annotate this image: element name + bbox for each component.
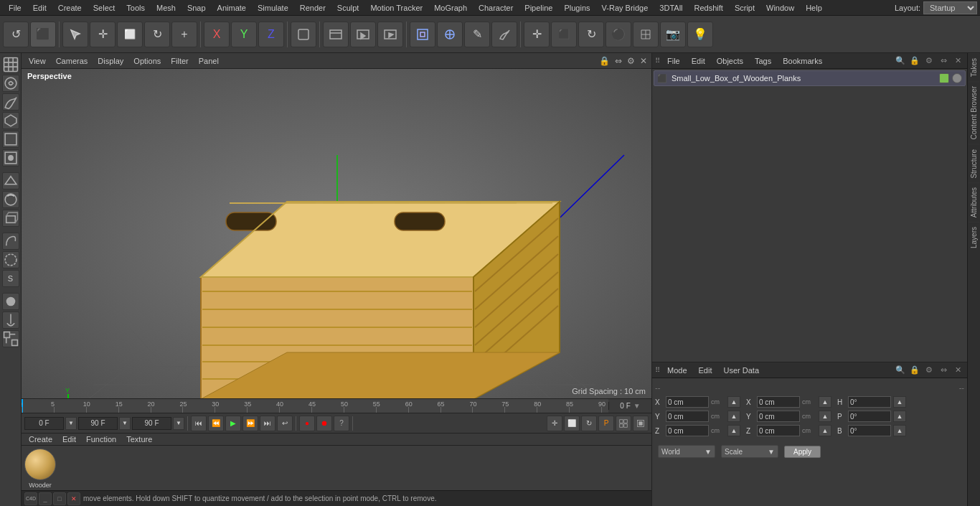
menu-motion-tracker[interactable]: Motion Tracker bbox=[364, 2, 428, 14]
vp-icon-expand[interactable]: ⇔ bbox=[613, 56, 623, 66]
menu-select[interactable]: Select bbox=[88, 2, 121, 14]
size-y-input[interactable] bbox=[757, 411, 800, 422]
frame-end-input[interactable] bbox=[78, 417, 118, 430]
obj-search-icon[interactable]: 🔍 bbox=[894, 55, 907, 67]
menu-render[interactable]: Render bbox=[294, 2, 331, 14]
pb-mode-1[interactable]: ✛ bbox=[547, 416, 562, 431]
vp-icon-settings[interactable]: ⚙ bbox=[626, 56, 636, 66]
rotate-tool-button[interactable]: ↻ bbox=[578, 22, 604, 47]
frame-end-down[interactable]: ▼ bbox=[119, 417, 131, 430]
camera-button[interactable]: 📷 bbox=[660, 22, 686, 47]
obj-lock-icon[interactable]: 🔒 bbox=[908, 55, 921, 67]
mat-menu-texture[interactable]: Texture bbox=[122, 434, 156, 445]
menu-sculpt[interactable]: Sculpt bbox=[331, 2, 365, 14]
pb-mode-5[interactable] bbox=[616, 416, 631, 431]
menu-create[interactable]: Create bbox=[52, 2, 88, 14]
record-key-button[interactable]: ● bbox=[299, 416, 315, 431]
coord-y-button[interactable]: ▲ bbox=[727, 411, 740, 422]
size-y-button[interactable]: ▲ bbox=[819, 411, 831, 422]
vtab-content-browser[interactable]: Content Browser bbox=[969, 81, 979, 144]
loop-button[interactable]: ↩ bbox=[277, 416, 293, 431]
vtab-attributes[interactable]: Attributes bbox=[969, 182, 979, 222]
vtab-layers[interactable]: Layers bbox=[969, 222, 979, 253]
view-path-button[interactable]: ✎ bbox=[464, 22, 490, 47]
frame-start-down[interactable]: ▼ bbox=[65, 417, 77, 430]
object-mode-button[interactable] bbox=[291, 22, 316, 47]
apply-button[interactable]: Apply bbox=[784, 446, 821, 458]
sidebar-smooth-button[interactable] bbox=[2, 251, 19, 268]
frame-end2-down[interactable]: ▼ bbox=[173, 417, 184, 430]
layout-select[interactable]: Startup Standard bbox=[923, 1, 977, 14]
play-button[interactable]: ▶ bbox=[225, 416, 241, 431]
vp-menu-cameras[interactable]: Cameras bbox=[52, 55, 93, 67]
coord-z-input[interactable] bbox=[666, 425, 709, 436]
step-back-button[interactable]: ⏪ bbox=[208, 416, 224, 431]
sidebar-material-button[interactable] bbox=[2, 191, 19, 208]
menu-simulate[interactable]: Simulate bbox=[252, 2, 294, 14]
object-row-box[interactable]: ⬛ Small_Low_Box_of_Wooden_Planks bbox=[654, 70, 966, 86]
material-ball-wooder[interactable] bbox=[24, 449, 56, 480]
menu-plugins[interactable]: Plugins bbox=[558, 2, 595, 14]
world-dropdown[interactable]: World ▼ bbox=[658, 445, 715, 458]
attr-lock-icon[interactable]: 🔒 bbox=[908, 364, 921, 377]
viewport[interactable]: View Cameras Display Options Filter Pane… bbox=[22, 53, 651, 398]
obj-menu-file[interactable]: File bbox=[663, 55, 684, 67]
coord-x-button[interactable]: ▲ bbox=[727, 396, 740, 408]
vp-icon-close[interactable]: ✕ bbox=[639, 56, 649, 66]
obj-menu-objects[interactable]: Objects bbox=[712, 55, 748, 67]
render-active-button[interactable] bbox=[377, 22, 403, 47]
menu-redshift[interactable]: Redshift bbox=[689, 2, 729, 14]
step-forward-button[interactable]: ⏩ bbox=[242, 416, 258, 431]
material-item-wooder[interactable]: Wooder bbox=[24, 449, 56, 489]
obj-close-icon[interactable]: ✕ bbox=[951, 55, 964, 67]
rot-b-input[interactable] bbox=[848, 425, 891, 436]
size-x-input[interactable] bbox=[757, 396, 800, 408]
vtab-takes[interactable]: Takes bbox=[969, 53, 979, 81]
size-z-input[interactable] bbox=[757, 425, 800, 436]
menu-tools[interactable]: Tools bbox=[121, 2, 151, 14]
pb-mode-6[interactable] bbox=[633, 416, 649, 431]
vp-icon-lock[interactable]: 🔒 bbox=[598, 56, 611, 66]
status-icon-minimize[interactable]: _ bbox=[39, 492, 52, 505]
menu-pipeline[interactable]: Pipeline bbox=[519, 2, 558, 14]
grid-button[interactable] bbox=[633, 22, 659, 47]
attr-expand-icon[interactable]: ⇔ bbox=[937, 364, 950, 377]
scale-dropdown[interactable]: Scale ▼ bbox=[721, 445, 778, 458]
attr-menu-edit[interactable]: Edit bbox=[694, 365, 717, 376]
sidebar-sculpt-button[interactable] bbox=[2, 75, 19, 92]
menu-script[interactable]: Script bbox=[729, 2, 760, 14]
coord-x-input[interactable] bbox=[666, 396, 709, 408]
pb-mode-3[interactable]: ↻ bbox=[581, 416, 597, 431]
vp-menu-options[interactable]: Options bbox=[129, 55, 165, 67]
axis-z-button[interactable]: Z bbox=[258, 22, 284, 47]
obj-settings-icon[interactable]: ⚙ bbox=[923, 55, 936, 67]
mode-create-button[interactable]: + bbox=[171, 22, 197, 47]
menu-file[interactable]: File bbox=[3, 2, 27, 14]
axis-y-button[interactable]: Y bbox=[231, 22, 257, 47]
vp-menu-view[interactable]: View bbox=[24, 55, 50, 67]
menu-window[interactable]: Window bbox=[760, 2, 800, 14]
mode-rotate-button[interactable]: ↻ bbox=[144, 22, 170, 47]
mat-menu-edit[interactable]: Edit bbox=[58, 434, 80, 445]
mode-scale-button[interactable]: ⬜ bbox=[117, 22, 143, 47]
obj-menu-tags[interactable]: Tags bbox=[750, 55, 776, 67]
coord-y-input[interactable] bbox=[666, 411, 709, 422]
vtab-structure[interactable]: Structure bbox=[969, 144, 979, 183]
record-button[interactable]: ⚫ bbox=[606, 22, 631, 47]
obj-dot-button[interactable] bbox=[952, 73, 962, 83]
view-top-button[interactable] bbox=[437, 22, 463, 47]
key-help-button[interactable]: ? bbox=[334, 416, 349, 431]
frame-start-input[interactable] bbox=[24, 417, 64, 430]
sidebar-paint-button[interactable] bbox=[2, 93, 19, 111]
attr-settings-icon[interactable]: ⚙ bbox=[923, 364, 936, 377]
attr-search-icon[interactable]: 🔍 bbox=[894, 364, 907, 377]
view-paint-button[interactable] bbox=[491, 22, 517, 47]
view-perspective-button[interactable] bbox=[410, 22, 435, 47]
obj-expand-icon[interactable]: ⇔ bbox=[937, 55, 950, 67]
status-icon-cinema[interactable]: C4D bbox=[24, 492, 37, 505]
light-button[interactable]: 💡 bbox=[687, 22, 713, 47]
pb-mode-4[interactable]: P bbox=[598, 416, 614, 431]
vp-menu-panel[interactable]: Panel bbox=[194, 55, 223, 67]
attr-menu-mode[interactable]: Mode bbox=[663, 365, 692, 376]
pb-mode-2[interactable]: ⬜ bbox=[564, 416, 580, 431]
